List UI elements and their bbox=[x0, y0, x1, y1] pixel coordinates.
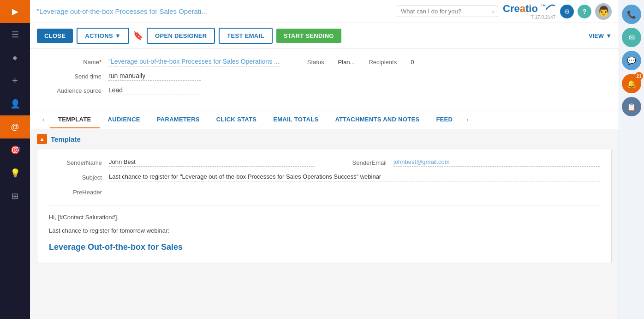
view-label: VIEW bbox=[589, 32, 604, 39]
creatio-swoosh bbox=[545, 4, 555, 10]
help-icon[interactable]: ? bbox=[578, 5, 591, 18]
plus-icon: + bbox=[12, 75, 18, 87]
tab-audience[interactable]: AUDIENCE bbox=[100, 111, 149, 128]
at-icon: @ bbox=[11, 122, 19, 132]
email-icon: ✉ bbox=[629, 33, 635, 42]
search-input[interactable] bbox=[401, 8, 489, 15]
chevron-right-icon: › bbox=[492, 8, 494, 15]
template-section-header: ▲ Template bbox=[37, 134, 612, 144]
notification-badge: 21 bbox=[635, 72, 643, 80]
email-button[interactable]: ✉ bbox=[622, 28, 641, 47]
sidebar-item-play[interactable]: ● bbox=[0, 46, 30, 69]
status-area: Status Plan... Recipients 0 bbox=[307, 59, 414, 66]
tab-parameters[interactable]: PARAMETERS bbox=[149, 111, 208, 128]
target-icon: 🎯 bbox=[10, 145, 20, 155]
recipients-value: 0 bbox=[411, 59, 414, 66]
chat-icon: 💬 bbox=[627, 56, 636, 65]
sidebar-item-menu[interactable]: ☰ bbox=[0, 23, 30, 46]
name-label: Name* bbox=[44, 59, 108, 66]
form-row-name: Name* "Leverage out-of-the-box Processes… bbox=[44, 58, 605, 66]
subject-label: Subject bbox=[49, 174, 109, 181]
settings-icon[interactable]: ⚙ bbox=[560, 5, 574, 18]
name-value[interactable]: "Leverage out-of-the-box Processes for S… bbox=[108, 58, 280, 66]
left-sidebar: ▶ ☰ ● + 👤 @ 🎯 💡 ⊞ bbox=[0, 0, 30, 319]
form-row-send-time: Send time run manually bbox=[44, 72, 605, 81]
open-designer-button[interactable]: OPEN DESIGNER bbox=[147, 28, 215, 44]
template-section-toggle[interactable]: ▲ bbox=[37, 134, 47, 144]
tab-attachments-notes[interactable]: ATTACHMENTS AND NOTES bbox=[327, 111, 428, 128]
main-area: "Leverage out-of-the-box Processes for S… bbox=[30, 0, 619, 319]
tab-template[interactable]: TEMPLATE bbox=[50, 111, 100, 128]
template-card: SenderName John Best SenderEmail johnbes… bbox=[37, 149, 612, 263]
template-section-title: Template bbox=[51, 135, 81, 143]
chat-button[interactable]: 💬 bbox=[622, 51, 641, 70]
tab-next-arrow[interactable]: › bbox=[461, 110, 474, 129]
tab-email-totals[interactable]: EMAIL TOTALS bbox=[265, 111, 327, 128]
bookmark-button[interactable]: 🔖 bbox=[133, 30, 143, 41]
template-sender-row: SenderName John Best SenderEmail johnbes… bbox=[49, 158, 600, 167]
sidebar-item-user[interactable]: 👤 bbox=[0, 92, 30, 115]
clipboard-icon: 📋 bbox=[627, 102, 636, 111]
sender-email-value[interactable]: johnbest@gmail.com bbox=[394, 158, 600, 167]
preheader-field-row: PreHeader bbox=[49, 188, 600, 196]
content-area: ▲ Template SenderName John Best SenderEm… bbox=[30, 129, 619, 319]
creatio-logo: Creatio ™ bbox=[503, 3, 546, 15]
subject-value[interactable]: Last chance to register for "Leverage ou… bbox=[109, 173, 600, 181]
logo-area: Creatio ™ 7.17.0.2147 bbox=[503, 3, 555, 20]
sidebar-item-target[interactable]: 🎯 bbox=[0, 138, 30, 162]
sidebar-item-bulb[interactable]: 💡 bbox=[0, 162, 30, 185]
sender-name-value[interactable]: John Best bbox=[109, 158, 315, 167]
view-dropdown-icon: ▼ bbox=[606, 32, 612, 39]
name-label-text: Name bbox=[83, 59, 99, 66]
avatar[interactable]: 👨 bbox=[595, 3, 612, 20]
dropdown-arrow-icon: ▼ bbox=[115, 32, 121, 39]
toolbar: CLOSE ACTIONS ▼ 🔖 OPEN DESIGNER TEST EMA… bbox=[30, 23, 619, 48]
close-button[interactable]: CLOSE bbox=[37, 29, 73, 43]
view-button[interactable]: VIEW ▼ bbox=[589, 32, 612, 39]
send-time-label: Send time bbox=[44, 73, 108, 80]
actions-button[interactable]: ACTIONS ▼ bbox=[77, 28, 129, 44]
tabs-bar: ‹ TEMPLATE AUDIENCE PARAMETERS CLICK STA… bbox=[30, 110, 619, 129]
tab-click-stats[interactable]: CLICK STATS bbox=[208, 111, 265, 128]
actions-label: ACTIONS bbox=[85, 32, 113, 39]
notification-button[interactable]: 🔔 21 bbox=[622, 74, 641, 93]
email-line1: Last chance to register for tomorrow web… bbox=[49, 226, 600, 236]
clipboard-button[interactable]: 📋 bbox=[622, 97, 641, 116]
test-email-button[interactable]: TEST EMAIL bbox=[219, 28, 272, 44]
bulb-icon: 💡 bbox=[10, 168, 20, 178]
status-label: Status bbox=[307, 59, 324, 66]
sidebar-item-grid[interactable]: ⊞ bbox=[0, 185, 30, 208]
sender-name-field: SenderName John Best bbox=[49, 158, 315, 167]
form-row-audience: Audience source Lead bbox=[44, 86, 605, 95]
bell-icon: 🔔 bbox=[627, 79, 636, 88]
right-sidebar: 📞 ✉ 💬 🔔 21 📋 bbox=[619, 0, 644, 319]
tab-feed[interactable]: FEED bbox=[428, 111, 461, 128]
preheader-label: PreHeader bbox=[49, 189, 109, 196]
sidebar-collapse-button[interactable]: ▶ bbox=[0, 0, 30, 23]
sender-name-label: SenderName bbox=[49, 159, 109, 166]
subject-field-row: Subject Last chance to register for "Lev… bbox=[49, 173, 600, 181]
status-value: Plan... bbox=[338, 59, 355, 66]
preheader-value[interactable] bbox=[109, 188, 600, 196]
sidebar-item-email[interactable]: @ bbox=[0, 115, 30, 138]
recipients-label: Recipients bbox=[369, 59, 397, 66]
sidebar-item-add[interactable]: + bbox=[0, 69, 30, 92]
form-area: Name* "Leverage out-of-the-box Processes… bbox=[30, 48, 619, 110]
version-text: 7.17.0.2147 bbox=[531, 15, 555, 20]
header-actions: ⚙ ? 👨 bbox=[560, 3, 612, 20]
email-heading: Leverage Out-of-the-box for Sales bbox=[49, 241, 600, 254]
search-box[interactable]: › bbox=[397, 6, 498, 17]
tab-prev-arrow[interactable]: ‹ bbox=[37, 110, 50, 129]
start-sending-button[interactable]: START SENDING bbox=[276, 29, 341, 43]
user-icon: 👤 bbox=[10, 99, 20, 109]
page-title: "Leverage out-of-the-box Processes for S… bbox=[37, 7, 392, 15]
play-icon: ● bbox=[12, 53, 18, 63]
email-greeting: Hi, [#Contact.Salutation#], bbox=[49, 213, 600, 223]
grid-icon: ⊞ bbox=[12, 191, 18, 201]
audience-source-value[interactable]: Lead bbox=[108, 86, 201, 95]
sender-email-field: SenderEmail johnbest@gmail.com bbox=[315, 158, 600, 167]
send-time-value[interactable]: run manually bbox=[108, 72, 201, 81]
chevron-right-icon: ▶ bbox=[12, 6, 18, 17]
menu-icon: ☰ bbox=[12, 30, 19, 40]
phone-button[interactable]: 📞 bbox=[622, 5, 641, 24]
